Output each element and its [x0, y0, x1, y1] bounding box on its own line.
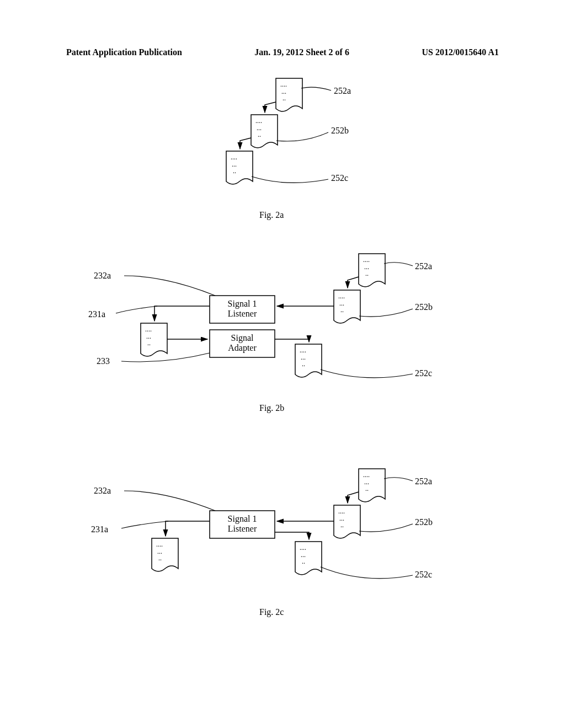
svg-text:..: ..	[302, 558, 305, 565]
svg-text:231a: 231a	[88, 309, 105, 319]
label-252c-a: 252c	[331, 173, 348, 183]
svg-text:....: ....	[300, 346, 306, 354]
fig-2b: .... ... .. 252a .... ... .. 252b Signal…	[88, 254, 433, 378]
svg-text:....: ....	[231, 153, 237, 161]
svg-text:..: ..	[365, 270, 369, 277]
svg-text:232a: 232a	[94, 271, 111, 280]
page-header: Patent Application Publication Jan. 19, …	[0, 47, 565, 57]
svg-text:..: ..	[340, 306, 344, 314]
svg-text:....: ....	[280, 81, 287, 88]
svg-text:....: ....	[156, 540, 163, 548]
svg-text:252b: 252b	[415, 302, 433, 312]
fig-2c-caption: Fig. 2c	[259, 607, 284, 617]
svg-text:232a: 232a	[94, 486, 111, 495]
svg-text:252c: 252c	[415, 368, 432, 378]
fig-2a: .... ... .. 252a .... ... .. 252b .... .…	[226, 78, 351, 184]
header-right: US 2012/0015640 A1	[422, 47, 499, 57]
svg-text:....: ....	[338, 507, 345, 515]
svg-text:Signal 1: Signal 1	[228, 514, 257, 524]
svg-text:..: ..	[258, 131, 261, 138]
svg-text:Listener: Listener	[228, 309, 257, 318]
svg-text:....: ....	[255, 117, 262, 125]
fig-2a-caption: Fig. 2a	[259, 210, 284, 220]
svg-text:Signal: Signal	[231, 333, 254, 343]
label-252b-a: 252b	[331, 126, 349, 135]
svg-text:252a: 252a	[415, 261, 432, 271]
svg-text:..: ..	[233, 167, 236, 175]
svg-text:..: ..	[282, 94, 286, 102]
svg-text:..: ..	[365, 485, 369, 493]
label-252a-a: 252a	[334, 86, 351, 95]
svg-text:233: 233	[97, 356, 110, 366]
svg-text:....: ....	[338, 292, 345, 300]
svg-text:Signal 1: Signal 1	[228, 299, 257, 309]
header-middle: Jan. 19, 2012 Sheet 2 of 6	[254, 47, 349, 57]
header-left: Patent Application Publication	[66, 47, 182, 57]
svg-text:..: ..	[340, 521, 344, 529]
svg-text:....: ....	[145, 325, 152, 333]
svg-text:252c: 252c	[415, 570, 432, 579]
diagram-area: .... ... .. 252a .... ... .. 252b .... .…	[0, 72, 565, 714]
svg-text:....: ....	[300, 544, 306, 552]
fig-2c: .... ... .. 252a .... ... .. 252b Signal…	[91, 469, 433, 579]
svg-text:Listener: Listener	[228, 524, 257, 533]
svg-text:252a: 252a	[415, 477, 432, 486]
svg-text:..: ..	[302, 360, 305, 368]
svg-text:....: ....	[363, 471, 370, 479]
svg-text:..: ..	[147, 339, 151, 347]
fig-2b-caption: Fig. 2b	[259, 403, 284, 413]
svg-text:....: ....	[363, 256, 370, 264]
svg-text:231a: 231a	[91, 524, 108, 534]
svg-text:..: ..	[158, 554, 162, 562]
svg-text:Adapter: Adapter	[228, 343, 257, 353]
svg-text:252b: 252b	[415, 517, 433, 527]
